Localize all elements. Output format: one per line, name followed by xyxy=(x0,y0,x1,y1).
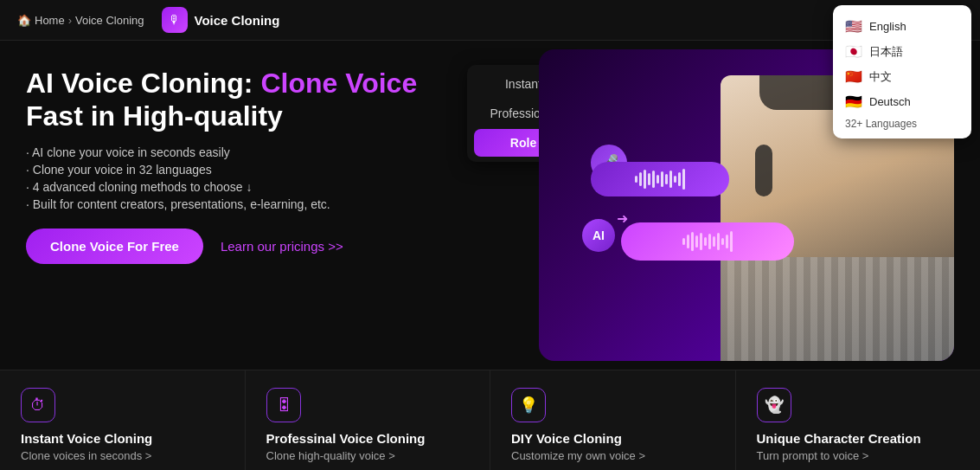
breadcrumb-current: Voice Cloning xyxy=(75,14,144,27)
home-icon: 🏠 xyxy=(17,14,31,27)
waveform-bar xyxy=(678,172,681,186)
tab-instant-label: Instant xyxy=(505,77,541,91)
character-desc: Turn prompt to voice > xyxy=(757,449,960,462)
feature-card-professional[interactable]: 🎛 Professinal Voice Cloning Clone high-q… xyxy=(246,370,491,470)
bullet-4: Built for content creators, presentation… xyxy=(26,197,441,211)
flag-us: 🇺🇸 xyxy=(845,18,862,35)
flag-jp: 🇯🇵 xyxy=(845,43,862,60)
waveform-bar xyxy=(661,171,663,187)
waveform-bar xyxy=(691,232,694,251)
breadcrumb: 🏠 Home › Voice Cloning xyxy=(17,14,144,27)
logo-glyph: 🎙 xyxy=(169,13,181,27)
waveform-bar xyxy=(730,231,733,252)
waveform-bar xyxy=(674,176,676,183)
waveform-bar xyxy=(639,172,642,186)
professional-icon: 🎛 xyxy=(266,388,301,422)
bullet-2: Clone your voice in 32 languages xyxy=(26,163,441,177)
waveform-bar xyxy=(652,171,655,188)
waveform-bar xyxy=(708,234,711,249)
feature-card-diy[interactable]: 💡 DIY Voice Cloning Customize my own voi… xyxy=(490,370,736,470)
waveform-bar xyxy=(682,238,685,245)
lang-english-label: English xyxy=(869,20,906,33)
waveform-bar xyxy=(635,176,637,183)
waveform-bar xyxy=(721,238,724,245)
waveform-bar xyxy=(644,170,646,189)
breadcrumb-home[interactable]: Home xyxy=(35,14,65,27)
feature-card-instant[interactable]: ⏱ Instant Voice Cloning Clone voices in … xyxy=(0,370,246,470)
tab-role-label: Role xyxy=(510,136,536,150)
waveform-bar xyxy=(726,235,728,248)
diy-title: DIY Voice Cloning xyxy=(511,431,714,446)
waveform-bar xyxy=(717,233,720,250)
flag-de: 🇩🇪 xyxy=(845,93,862,110)
instant-icon: ⏱ xyxy=(21,388,55,422)
feature-cards: ⏱ Instant Voice Cloning Clone voices in … xyxy=(0,370,980,470)
character-title: Unique Character Creation xyxy=(757,431,960,446)
hero-title-part2: Fast in High-quality xyxy=(26,100,283,132)
lang-chinese[interactable]: 🇨🇳 中文 xyxy=(845,64,959,89)
logo-icon: 🎙 xyxy=(162,7,188,33)
brand-logo: 🎙 Voice Cloning xyxy=(162,7,280,33)
brand-name: Voice Cloning xyxy=(195,13,280,28)
hero-title: AI Voice Cloning: Clone Voice Fast in Hi… xyxy=(26,67,441,133)
breadcrumb-separator: › xyxy=(68,14,72,27)
waveform-bar xyxy=(682,169,685,190)
ai-label: AI xyxy=(582,219,615,252)
hero-bullets: AI clone your voice in seconds easily Cl… xyxy=(26,145,441,211)
waveform-bar xyxy=(713,236,715,247)
waveform-bubble-1 xyxy=(591,162,729,196)
language-dropdown: 🇺🇸 English 🇯🇵 日本語 🇨🇳 中文 🇩🇪 Deutsch 32+ L… xyxy=(833,5,971,138)
hero-title-part1: AI Voice Cloning: xyxy=(26,68,260,99)
lang-german[interactable]: 🇩🇪 Deutsch xyxy=(845,89,959,114)
lang-japanese-label: 日本語 xyxy=(869,44,903,60)
waveform-bar xyxy=(687,235,689,248)
microphone xyxy=(755,145,772,196)
diy-icon: 💡 xyxy=(511,388,546,422)
professional-desc: Clone high-quality voice > xyxy=(266,449,470,462)
hero-left: AI Voice Cloning: Clone Voice Fast in Hi… xyxy=(26,58,441,264)
waveform-bar xyxy=(669,171,672,188)
lang-more[interactable]: 32+ Languages xyxy=(845,114,959,130)
waveform-bar xyxy=(665,174,668,184)
hero-title-purple: Clone Voice xyxy=(260,68,417,99)
hero-actions: Clone Voice For Free Learn our pricings … xyxy=(26,229,441,264)
clone-voice-button[interactable]: Clone Voice For Free xyxy=(26,229,203,264)
feature-card-character[interactable]: 👻 Unique Character Creation Turn prompt … xyxy=(736,370,981,470)
instant-title: Instant Voice Cloning xyxy=(21,431,224,446)
waveform-bar xyxy=(648,173,650,185)
lang-english[interactable]: 🇺🇸 English xyxy=(845,14,959,39)
waveform-bubble-2 xyxy=(621,222,794,261)
bullet-1: AI clone your voice in seconds easily xyxy=(26,145,441,159)
instant-desc: Clone voices in seconds > xyxy=(21,449,224,462)
waveform-bar xyxy=(695,235,698,248)
lang-japanese[interactable]: 🇯🇵 日本語 xyxy=(845,39,959,64)
professional-title: Professinal Voice Cloning xyxy=(266,431,470,446)
flag-cn: 🇨🇳 xyxy=(845,68,862,85)
diy-desc: Customize my own voice > xyxy=(511,449,714,462)
character-icon: 👻 xyxy=(757,388,791,422)
shirt-pattern xyxy=(721,257,954,361)
bullet-3: 4 advanced cloning methods to choose ↓ xyxy=(26,180,441,194)
learn-pricing-button[interactable]: Learn our pricings >> xyxy=(221,239,343,254)
lang-chinese-label: 中文 xyxy=(869,69,892,85)
top-nav: 🏠 Home › Voice Cloning 🎙 Voice Cloning 🇺… xyxy=(0,0,980,41)
waveform-bar xyxy=(657,175,659,183)
waveform-bar xyxy=(700,233,702,250)
lang-german-label: Deutsch xyxy=(869,95,911,108)
waveform-bar xyxy=(704,237,707,246)
